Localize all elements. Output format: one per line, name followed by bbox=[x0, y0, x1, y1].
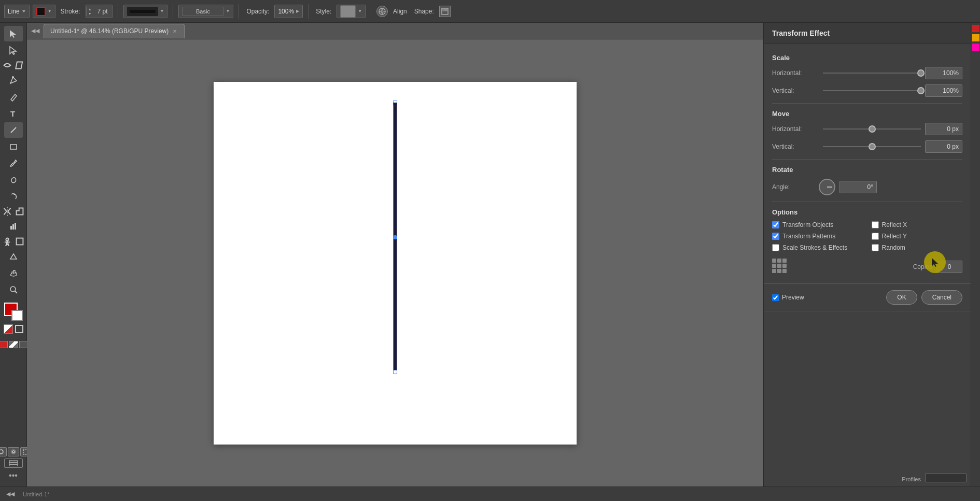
more-tools[interactable]: ••• bbox=[7, 470, 20, 481]
svg-point-4 bbox=[12, 76, 14, 78]
selection-handle-bottom[interactable] bbox=[393, 370, 397, 374]
angle-label: Angle: bbox=[772, 183, 819, 191]
move-vertical-thumb[interactable] bbox=[869, 143, 876, 150]
style-dropdown[interactable]: ▼ bbox=[337, 5, 366, 18]
transform-objects-label[interactable]: Transform Objects bbox=[782, 221, 833, 228]
transform-patterns-checkbox[interactable] bbox=[772, 233, 779, 240]
default-colors-icon[interactable] bbox=[15, 325, 23, 333]
stroke-basic-dropdown[interactable]: Basic ▼ bbox=[178, 5, 233, 18]
move-horizontal-slider[interactable] bbox=[823, 128, 921, 130]
warp-tool[interactable] bbox=[2, 59, 13, 71]
line-tool[interactable] bbox=[4, 122, 23, 138]
move-vertical-slider[interactable] bbox=[823, 146, 921, 147]
cancel-button[interactable]: Cancel bbox=[921, 290, 962, 305]
graph-tool[interactable] bbox=[4, 219, 23, 234]
pen-tool[interactable] bbox=[4, 73, 23, 88]
tab-close-btn[interactable]: ✕ bbox=[172, 28, 178, 34]
tool-type-dropdown[interactable]: Line bbox=[4, 5, 30, 18]
move-horizontal-label: Horizontal: bbox=[772, 125, 819, 133]
shape-label: Shape: bbox=[412, 7, 436, 16]
fg-bg-swatches[interactable] bbox=[4, 303, 23, 321]
selection-tool[interactable] bbox=[4, 26, 23, 41]
preview-checkbox[interactable] bbox=[772, 294, 779, 301]
gradient-icon[interactable] bbox=[9, 341, 18, 348]
swatch-pink[interactable] bbox=[972, 44, 979, 51]
rotate-tool[interactable] bbox=[4, 189, 23, 204]
swap-colors-icon[interactable] bbox=[4, 324, 13, 334]
transform-objects-checkbox[interactable] bbox=[772, 221, 779, 228]
reflect-x-label[interactable]: Reflect X bbox=[882, 221, 907, 228]
bottom-info-2: Untitled-1* bbox=[23, 491, 49, 497]
scale-horizontal-thumb[interactable] bbox=[917, 69, 925, 77]
stroke-style-dropdown[interactable]: ▼ bbox=[123, 5, 168, 18]
rotate-section-title: Rotate bbox=[772, 166, 962, 174]
collapse-arrow[interactable]: ◀◀ bbox=[31, 27, 39, 34]
perspective-tool[interactable] bbox=[4, 249, 23, 264]
preview-label[interactable]: Preview bbox=[782, 294, 804, 301]
svg-point-18 bbox=[0, 450, 3, 454]
stroke-color-dropdown[interactable]: ▼ bbox=[33, 5, 55, 18]
draw-behind-icon[interactable] bbox=[8, 447, 19, 456]
reflect-y-checkbox[interactable] bbox=[872, 233, 879, 240]
scale-horizontal-slider[interactable] bbox=[823, 73, 921, 74]
stroke-basic-preview: Basic bbox=[182, 7, 223, 16]
opacity-value: 100% bbox=[278, 8, 294, 15]
free-transform-tool[interactable] bbox=[14, 235, 25, 248]
color-fill-icon[interactable] bbox=[0, 341, 8, 348]
opacity-input[interactable]: 100% ▶ bbox=[274, 5, 303, 18]
text-tool[interactable]: T bbox=[4, 106, 23, 121]
svg-rect-24 bbox=[9, 465, 18, 466]
reflect-y-label[interactable]: Reflect Y bbox=[882, 233, 907, 240]
move-horizontal-thumb[interactable] bbox=[869, 125, 876, 133]
move-horizontal-input[interactable] bbox=[925, 123, 962, 135]
pencil-tool[interactable] bbox=[4, 89, 23, 105]
blob-brush-tool[interactable] bbox=[4, 172, 23, 188]
hand-tool[interactable] bbox=[4, 265, 23, 281]
canvas-content[interactable] bbox=[27, 39, 763, 486]
svg-rect-11 bbox=[15, 223, 16, 230]
reflect-x-checkbox[interactable] bbox=[872, 221, 879, 228]
stroke-value[interactable] bbox=[93, 8, 112, 15]
angle-input[interactable] bbox=[839, 181, 877, 193]
ok-button[interactable]: OK bbox=[886, 290, 917, 305]
swatch-orange[interactable] bbox=[972, 34, 979, 41]
document-tab[interactable]: Untitled-1* @ 46.14% (RGB/GPU Preview) ✕ bbox=[44, 24, 185, 38]
move-vertical-input[interactable] bbox=[925, 140, 962, 153]
selection-handle-mid[interactable] bbox=[393, 235, 397, 239]
angle-dial[interactable] bbox=[819, 179, 835, 195]
reflect-tool[interactable] bbox=[2, 205, 13, 218]
bottom-bar: ◀◀ Untitled-1* bbox=[0, 486, 980, 501]
shear-tool[interactable] bbox=[14, 59, 25, 71]
svg-rect-3 bbox=[445, 9, 447, 11]
background-swatch[interactable] bbox=[11, 310, 23, 321]
world-icon[interactable] bbox=[376, 6, 388, 17]
scale-vertical-slider[interactable] bbox=[823, 90, 921, 91]
random-label[interactable]: Random bbox=[882, 244, 905, 251]
scale-strokes-row: Scale Strokes & Effects bbox=[772, 244, 863, 251]
puppet-warp-tool[interactable] bbox=[2, 235, 13, 248]
layers-icon[interactable] bbox=[4, 459, 23, 468]
scale-vertical-thumb[interactable] bbox=[917, 87, 925, 94]
profiles-label: Profiles bbox=[902, 476, 921, 482]
stroke-width-input[interactable]: ▲▼ bbox=[86, 5, 113, 18]
scale-strokes-checkbox[interactable] bbox=[772, 244, 779, 251]
scale-tool[interactable] bbox=[14, 205, 25, 218]
swatch-red[interactable] bbox=[972, 25, 979, 32]
right-panel-bottom: Profiles bbox=[764, 311, 971, 486]
divider-3 bbox=[772, 202, 962, 202]
scale-vertical-input[interactable] bbox=[925, 84, 962, 97]
move-vertical-label: Vertical: bbox=[772, 143, 819, 150]
profiles-preview[interactable] bbox=[925, 473, 967, 482]
canvas-area: ◀◀ Untitled-1* @ 46.14% (RGB/GPU Preview… bbox=[27, 23, 763, 486]
direct-selection-tool[interactable] bbox=[4, 42, 23, 58]
zoom-tool[interactable] bbox=[4, 282, 23, 297]
paintbrush-tool[interactable] bbox=[4, 155, 23, 171]
rectangle-tool[interactable] bbox=[4, 139, 23, 154]
transform-patterns-label[interactable]: Transform Patterns bbox=[782, 233, 835, 240]
svg-rect-15 bbox=[16, 238, 23, 245]
scale-strokes-label[interactable]: Scale Strokes & Effects bbox=[782, 244, 847, 251]
shape-icon[interactable] bbox=[439, 6, 451, 17]
scale-horizontal-input[interactable] bbox=[925, 67, 962, 79]
random-checkbox[interactable] bbox=[872, 244, 879, 251]
draw-normal-icon[interactable] bbox=[0, 447, 7, 456]
